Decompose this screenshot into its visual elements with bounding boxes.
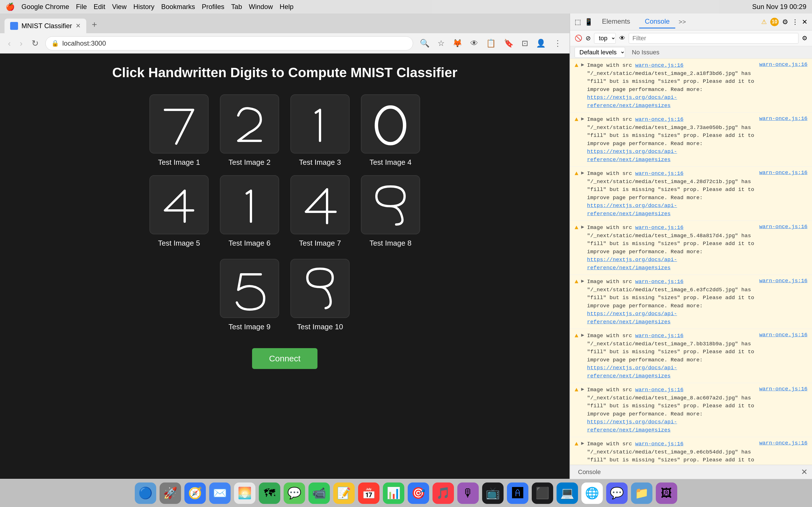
console-message-5[interactable]: ▲ ▶ Image with src warn-once.js:16 "/_ne… [570, 275, 812, 329]
chrome-icon[interactable]: 🌐 [581, 483, 603, 504]
new-tab-button[interactable]: + [87, 17, 102, 32]
digit-image-4[interactable] [361, 94, 420, 154]
more-options-icon[interactable]: ⋮ [552, 36, 564, 50]
expand-arrow-icon[interactable]: ▶ [581, 440, 584, 446]
devtools-tab-console[interactable]: Console [639, 15, 675, 29]
facetime-icon[interactable]: 📹 [308, 483, 330, 504]
image-card-3[interactable]: Test Image 3 [289, 94, 351, 167]
tab-close-button[interactable]: ✕ [75, 22, 81, 30]
message-link-1[interactable]: https://nextjs.org/docs/api-reference/ne… [587, 94, 677, 109]
expand-arrow-icon[interactable]: ▶ [581, 224, 584, 230]
safari-icon[interactable]: 🧭 [185, 483, 206, 504]
message-link-3[interactable]: https://nextjs.org/docs/api-reference/ne… [587, 203, 677, 217]
devtools-responsive-icon[interactable]: 📱 [585, 18, 593, 26]
devtools-tab-elements[interactable]: Elements [596, 15, 636, 29]
message-link-5[interactable]: https://nextjs.org/docs/api-reference/ne… [587, 311, 677, 325]
image-card-10[interactable]: Test Image 10 [289, 259, 351, 331]
message-link-4[interactable]: https://nextjs.org/docs/api-reference/ne… [587, 257, 677, 271]
notes-icon[interactable]: 📝 [333, 483, 355, 504]
file-menu[interactable]: File [76, 3, 87, 11]
message-source-7[interactable]: warn-once.js:16 [635, 387, 683, 393]
message-link-7[interactable]: https://nextjs.org/docs/api-reference/ne… [587, 419, 677, 433]
terminal-icon[interactable]: ⬛ [532, 483, 553, 504]
digit-image-7[interactable] [290, 175, 350, 234]
podcasts-icon[interactable]: 🎙 [457, 483, 479, 504]
message-location-5[interactable]: warn-once.js:16 [759, 278, 808, 284]
split-view-icon[interactable]: ⊡ [519, 36, 530, 50]
message-source-5[interactable]: warn-once.js:16 [635, 279, 683, 285]
devtools-more-tabs[interactable]: >> [679, 18, 686, 25]
expand-arrow-icon[interactable]: ▶ [581, 170, 584, 176]
message-source-8[interactable]: warn-once.js:16 [635, 441, 683, 447]
expand-arrow-icon[interactable]: ▶ [581, 61, 584, 68]
expand-arrow-icon[interactable]: ▶ [581, 332, 584, 338]
image-card-5[interactable]: Test Image 5 [148, 175, 210, 247]
image-card-9[interactable]: Test Image 9 [218, 259, 281, 331]
connect-button[interactable]: Connect [252, 348, 317, 369]
message-source-4[interactable]: warn-once.js:16 [635, 224, 683, 231]
settings-icon[interactable]: ⚙ [782, 18, 788, 26]
message-source-3[interactable]: warn-once.js:16 [635, 170, 683, 177]
appletv-icon[interactable]: 📺 [482, 483, 504, 504]
bookmarks-menu[interactable]: Bookmarks [161, 3, 195, 11]
numbers-icon[interactable]: 📊 [383, 483, 404, 504]
back-button[interactable]: ‹ [6, 36, 13, 50]
clear-console-icon[interactable]: 🚫 [574, 35, 582, 42]
image-card-2[interactable]: Test Image 2 [218, 94, 281, 167]
music-icon[interactable]: 🎵 [433, 483, 454, 504]
image-card-4[interactable]: Test Image 4 [359, 94, 421, 167]
digit-image-8[interactable] [361, 175, 420, 234]
digit-image-10[interactable] [290, 259, 350, 318]
console-message-8[interactable]: ▲ ▶ Image with src warn-once.js:16 "/_ne… [570, 437, 812, 465]
profiles-menu[interactable]: Profiles [202, 3, 224, 11]
message-location-2[interactable]: warn-once.js:16 [759, 115, 808, 122]
default-levels-dropdown[interactable]: Default levels [574, 47, 625, 58]
calendar-icon[interactable]: 📅 [358, 483, 379, 504]
message-location-7[interactable]: warn-once.js:16 [759, 386, 808, 392]
filter-options-icon[interactable]: ⊘ [586, 35, 591, 42]
close-footer-icon[interactable]: ✕ [801, 467, 808, 476]
view-menu[interactable]: View [112, 3, 126, 11]
message-location-8[interactable]: warn-once.js:16 [759, 440, 808, 446]
digit-image-9[interactable] [220, 259, 279, 318]
maps-icon[interactable]: 🗺 [259, 483, 280, 504]
console-message-2[interactable]: ▲ ▶ Image with src warn-once.js:16 "/_ne… [570, 113, 812, 167]
image-card-1[interactable]: Test Image 1 [148, 94, 210, 167]
image-card-8[interactable]: Test Image 8 [359, 175, 421, 247]
window-menu[interactable]: Window [249, 3, 273, 11]
profile-icon[interactable]: 👤 [534, 36, 548, 50]
image-card-6[interactable]: Test Image 6 [218, 175, 281, 247]
console-message-7[interactable]: ▲ ▶ Image with src warn-once.js:16 "/_ne… [570, 383, 812, 437]
console-message-1[interactable]: ▲ ▶ Image with src warn-once.js:16 "/_ne… [570, 59, 812, 113]
devtools-elements-icon[interactable]: ⬚ [574, 18, 581, 26]
keynote-icon[interactable]: 🎯 [408, 483, 429, 504]
message-source-6[interactable]: warn-once.js:16 [635, 333, 683, 339]
message-source-2[interactable]: warn-once.js:16 [635, 116, 683, 122]
extension4-icon[interactable]: 🔖 [502, 36, 516, 50]
image-card-7[interactable]: Test Image 7 [289, 175, 351, 247]
message-link-6[interactable]: https://nextjs.org/docs/api-reference/ne… [587, 365, 677, 379]
search-icon[interactable]: 🔍 [417, 36, 432, 50]
help-menu[interactable]: Help [280, 3, 294, 11]
forward-button[interactable]: › [17, 36, 25, 50]
digit-image-6[interactable] [220, 175, 279, 234]
vertical-dots-icon[interactable]: ⋮ [792, 18, 799, 26]
finder2-icon[interactable]: 📁 [631, 483, 652, 504]
message-location-1[interactable]: warn-once.js:16 [759, 61, 808, 68]
refresh-button[interactable]: ↻ [29, 36, 41, 50]
expand-arrow-icon[interactable]: ▶ [581, 115, 584, 122]
message-location-6[interactable]: warn-once.js:16 [759, 332, 808, 338]
edit-menu[interactable]: Edit [94, 3, 105, 11]
filter-settings-icon[interactable]: ⚙ [802, 35, 808, 42]
digit-image-2[interactable] [220, 94, 279, 154]
message-source-1[interactable]: warn-once.js:16 [635, 62, 683, 68]
preview-icon[interactable]: 🖼 [656, 483, 677, 504]
bookmark-icon[interactable]: ☆ [435, 36, 447, 50]
extension1-icon[interactable]: 🦊 [450, 36, 465, 50]
active-tab[interactable]: MNIST Classifier ✕ [4, 18, 86, 33]
history-menu[interactable]: History [133, 3, 154, 11]
console-message-4[interactable]: ▲ ▶ Image with src warn-once.js:16 "/_ne… [570, 221, 812, 275]
close-devtools-icon[interactable]: ✕ [802, 18, 808, 26]
vscode-icon[interactable]: 💻 [557, 483, 578, 504]
extension3-icon[interactable]: 📋 [484, 36, 498, 50]
